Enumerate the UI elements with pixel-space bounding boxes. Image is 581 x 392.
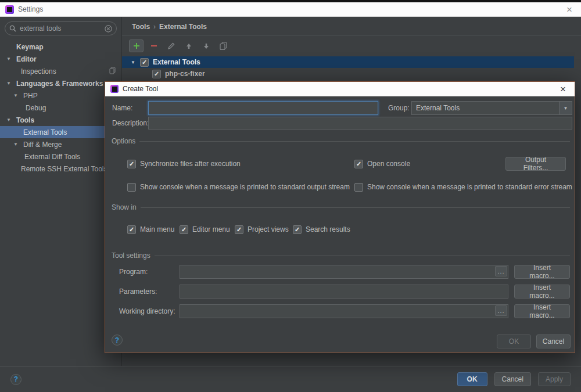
insert-macro-working-directory-button[interactable]: Insert macro... xyxy=(514,304,570,318)
copy-badge-icon xyxy=(109,67,116,74)
search-input[interactable]: external tools xyxy=(20,24,101,33)
cancel-button[interactable]: Cancel xyxy=(494,372,531,386)
parameters-label: Parameters: xyxy=(119,285,157,299)
checkbox-external-tools[interactable]: ✓ xyxy=(140,58,149,67)
show-in-editor-menu-checkbox[interactable]: ✓ Editor menu xyxy=(180,225,230,234)
apply-button[interactable]: Apply xyxy=(538,372,571,386)
working-directory-input[interactable] xyxy=(180,304,508,318)
sidebar-item-remote-ssh-external-tools[interactable]: Remote SSH External Tools xyxy=(0,163,121,175)
name-input[interactable] xyxy=(148,101,378,115)
tool-settings-section-header: Tool settings xyxy=(112,251,570,260)
expander-icon[interactable]: ▼ xyxy=(130,60,136,65)
checkbox-checked-icon[interactable]: ✓ xyxy=(235,225,243,234)
description-label: Description: xyxy=(112,116,149,130)
parameters-input[interactable] xyxy=(180,285,508,299)
checkbox-php-cs-fixer[interactable]: ✓ xyxy=(152,70,161,78)
copy-tool-button[interactable] xyxy=(216,39,231,52)
move-up-button[interactable] xyxy=(181,39,196,52)
group-value: External Tools xyxy=(412,104,559,112)
output-filters-button[interactable]: Output Filters... xyxy=(505,157,566,171)
dialog-cancel-button[interactable]: Cancel xyxy=(536,335,571,348)
checkbox-unchecked-icon[interactable] xyxy=(354,183,363,192)
group-select[interactable]: External Tools ▼ xyxy=(411,101,572,115)
checkbox-checked-icon[interactable]: ✓ xyxy=(180,225,188,234)
checkbox-checked-icon[interactable]: ✓ xyxy=(127,225,136,234)
window-close-icon[interactable]: × xyxy=(563,5,576,15)
sidebar-item-editor[interactable]: ▼Editor xyxy=(0,53,121,65)
add-tool-button[interactable] xyxy=(129,39,144,52)
create-tool-dialog: Create Tool × Name: Group: External Tool… xyxy=(105,81,575,353)
edit-tool-button[interactable] xyxy=(164,39,178,52)
window-title: Settings xyxy=(18,5,43,13)
sync-files-checkbox[interactable]: ✓ Synchronize files after execution xyxy=(127,159,241,168)
dialog-titlebar: Create Tool × xyxy=(105,82,575,96)
dialog-title: Create Tool xyxy=(123,85,158,93)
browse-program-button[interactable]: ... xyxy=(495,266,507,276)
move-down-button[interactable] xyxy=(199,39,213,52)
window-titlebar: Settings × xyxy=(0,2,581,17)
show-in-search-results-checkbox[interactable]: ✓ Search results xyxy=(293,225,350,234)
working-directory-field-wrap: ... xyxy=(180,304,508,318)
breadcrumb: Tools › External Tools xyxy=(122,17,581,35)
checkbox-unchecked-icon[interactable] xyxy=(127,183,136,192)
show-in-section-header: Show in xyxy=(112,203,570,211)
stderr-console-checkbox[interactable]: Show console when a message is printed t… xyxy=(354,182,572,192)
sidebar-item-diff-merge[interactable]: ▼Diff & Merge xyxy=(0,138,121,150)
options-section-header: Options xyxy=(112,137,570,145)
sidebar-item-debug[interactable]: Debug xyxy=(0,102,121,114)
sidebar-item-external-diff-tools[interactable]: External Diff Tools xyxy=(0,150,121,163)
insert-macro-program-button[interactable]: Insert macro... xyxy=(514,265,570,279)
chevron-down-icon[interactable]: ▼ xyxy=(13,142,18,147)
tree-row-external-tools[interactable]: ▼ ✓ External Tools xyxy=(122,56,574,68)
checkbox-checked-icon[interactable]: ✓ xyxy=(354,160,363,168)
dialog-close-icon[interactable]: × xyxy=(557,84,569,94)
dialog-ok-button[interactable]: OK xyxy=(497,335,531,348)
sidebar-item-php[interactable]: ▼PHP xyxy=(0,89,121,102)
tree-row-php-cs-fixer[interactable]: ✓ php-cs-fixer xyxy=(122,68,574,80)
settings-tree: Keymap ▼Editor Inspections ▼Languages & … xyxy=(0,41,121,175)
breadcrumb-external-tools: External Tools xyxy=(159,23,207,31)
insert-macro-parameters-button[interactable]: Insert macro... xyxy=(514,285,570,299)
external-tools-tree: ▼ ✓ External Tools ✓ php-cs-fixer xyxy=(122,56,581,80)
chevron-down-icon[interactable]: ▼ xyxy=(6,56,11,62)
sidebar-item-keymap[interactable]: Keymap xyxy=(0,41,121,53)
tools-toolbar xyxy=(122,38,581,55)
breadcrumb-separator: › xyxy=(153,23,156,31)
browse-working-directory-button[interactable]: ... xyxy=(495,305,507,316)
remove-tool-button[interactable] xyxy=(146,39,161,52)
stdout-console-checkbox[interactable]: Show console when a message is printed t… xyxy=(127,182,350,192)
external-tools-panel: ▼ ✓ External Tools ✓ php-cs-fixer xyxy=(122,35,581,80)
program-field-wrap: ... xyxy=(180,265,508,279)
working-directory-label: Working directory: xyxy=(119,304,175,318)
clear-search-icon[interactable] xyxy=(105,25,112,33)
sidebar-item-tools[interactable]: ▼Tools xyxy=(0,114,121,126)
description-input[interactable] xyxy=(148,117,572,130)
program-input[interactable] xyxy=(180,265,508,279)
settings-footer: ? OK Cancel Apply xyxy=(0,366,581,392)
sidebar-item-external-tools[interactable]: External Tools xyxy=(0,126,121,138)
show-in-main-menu-checkbox[interactable]: ✓ Main menu xyxy=(127,225,174,234)
group-label: Group: xyxy=(388,101,410,115)
help-button[interactable]: ? xyxy=(10,374,21,385)
name-label: Name: xyxy=(112,101,132,115)
dialog-help-button[interactable]: ? xyxy=(112,335,123,346)
settings-search[interactable]: external tools xyxy=(5,21,117,35)
dropdown-arrow-icon[interactable]: ▼ xyxy=(559,102,572,114)
settings-sidebar: external tools Keymap ▼Editor Inspection… xyxy=(0,17,122,366)
phpstorm-logo-icon xyxy=(5,5,14,14)
show-in-project-views-checkbox[interactable]: ✓ Project views xyxy=(235,225,289,234)
sidebar-item-inspections[interactable]: Inspections xyxy=(0,65,121,77)
checkbox-checked-icon[interactable]: ✓ xyxy=(127,160,136,168)
checkbox-checked-icon[interactable]: ✓ xyxy=(293,225,302,234)
program-label: Program: xyxy=(119,265,148,279)
chevron-down-icon[interactable]: ▼ xyxy=(6,117,11,123)
chevron-down-icon[interactable]: ▼ xyxy=(6,81,11,86)
chevron-down-icon[interactable]: ▼ xyxy=(13,93,18,98)
parameters-field-wrap xyxy=(180,285,508,299)
ok-button[interactable]: OK xyxy=(457,372,487,386)
search-icon xyxy=(9,25,16,32)
sidebar-item-languages-frameworks[interactable]: ▼Languages & Frameworks xyxy=(0,77,121,89)
phpstorm-logo-icon xyxy=(110,85,119,93)
breadcrumb-tools[interactable]: Tools xyxy=(132,23,150,31)
open-console-checkbox[interactable]: ✓ Open console xyxy=(354,159,410,168)
